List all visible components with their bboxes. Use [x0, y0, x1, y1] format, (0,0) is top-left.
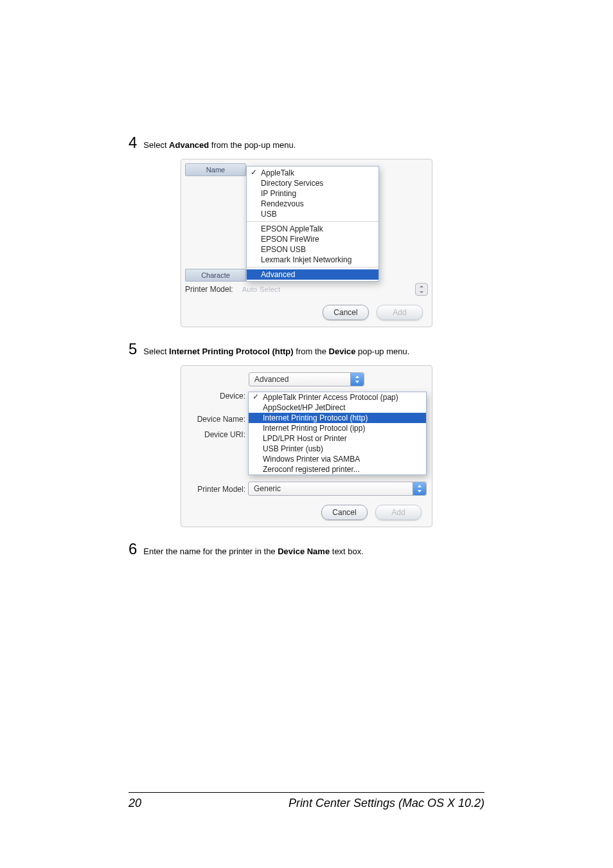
chevron-updown-icon: [350, 373, 364, 386]
text: from the pop-up menu.: [209, 140, 296, 150]
printer-model-value: Auto Select: [240, 285, 411, 293]
stepper-icon[interactable]: [415, 283, 428, 296]
text: Enter the name for the printer in the: [143, 547, 278, 556]
menu-item-usb-printer[interactable]: USB Printer (usb): [249, 444, 426, 454]
page-footer: 20 Print Center Settings (Mac OS X 10.2): [129, 792, 484, 810]
printer-model-label: Printer Model:: [186, 484, 248, 494]
chevron-updown-icon: [413, 482, 426, 495]
printer-model-popup[interactable]: Generic: [248, 482, 427, 496]
advanced-dialog: Advanced Device: Device Name: Device URI…: [181, 365, 432, 527]
add-button[interactable]: Add: [377, 305, 423, 320]
page-number: 20: [129, 797, 141, 810]
text-bold: Device: [329, 347, 356, 356]
menu-item-usb[interactable]: USB: [247, 209, 378, 219]
menu-item-appsocket[interactable]: AppSocket/HP JetDirect: [249, 402, 426, 413]
popup-value: Advanced: [254, 375, 289, 384]
text-bold: Device Name: [278, 547, 330, 556]
menu-separator: [247, 221, 378, 222]
step-6: 6 Enter the name for the printer in the …: [129, 541, 484, 557]
screenshot-2: Advanced Device: Device Name: Device URI…: [129, 365, 484, 527]
menu-item-zeroconf[interactable]: Zeroconf registered printer...: [249, 464, 426, 475]
footer-title: Print Center Settings (Mac OS X 10.2): [289, 797, 484, 810]
step-text: Select Advanced from the pop-up menu.: [143, 140, 296, 151]
text-bold: Internet Printing Protocol (http): [169, 347, 294, 356]
device-name-label: Device Name:: [186, 415, 245, 426]
menu-item-lpd[interactable]: LPD/LPR Host or Printer: [249, 433, 426, 444]
menu-item-samba[interactable]: Windows Printer via SAMBA: [249, 454, 426, 464]
menu-item-advanced[interactable]: Advanced: [247, 269, 378, 280]
footer-rule: [129, 792, 484, 793]
cancel-button[interactable]: Cancel: [321, 505, 368, 520]
step-number: 4: [129, 135, 137, 150]
connection-type-menu[interactable]: AppleTalk Directory Services IP Printing…: [246, 166, 379, 282]
menu-item-ipp-ipp[interactable]: Internet Printing Protocol (ipp): [249, 423, 426, 433]
step-text: Select Internet Printing Protocol (http)…: [143, 346, 409, 357]
menu-item-rendezvous[interactable]: Rendezvous: [247, 199, 378, 209]
cancel-button[interactable]: Cancel: [323, 305, 369, 320]
connection-popup[interactable]: Advanced: [249, 372, 364, 386]
menu-item-epson-appletalk[interactable]: EPSON AppleTalk: [247, 224, 378, 234]
step-5: 5 Select Internet Printing Protocol (htt…: [129, 341, 484, 357]
menu-item-lexmark[interactable]: Lexmark Inkjet Networking: [247, 255, 378, 265]
text: pop-up menu.: [356, 347, 410, 356]
text-bold: Advanced: [169, 140, 209, 150]
step-4: 4 Select Advanced from the pop-up menu.: [129, 135, 484, 151]
column-header-name[interactable]: Name: [185, 163, 246, 176]
menu-item-epson-firewire[interactable]: EPSON FireWire: [247, 234, 378, 244]
text: Select: [143, 347, 169, 356]
column-header-character[interactable]: Characte: [185, 269, 246, 282]
add-button[interactable]: Add: [375, 505, 422, 520]
menu-item-pap[interactable]: AppleTalk Printer Access Protocol (pap): [249, 392, 426, 402]
menu-item-appletalk[interactable]: AppleTalk: [247, 168, 378, 178]
step-number: 6: [129, 541, 137, 557]
screenshot-1: Name Characte AppleTalk Directory Servic…: [129, 159, 484, 327]
menu-separator: [247, 267, 378, 267]
menu-item-ip-printing[interactable]: IP Printing: [247, 188, 378, 199]
text: from the: [294, 347, 329, 356]
menu-item-directory-services[interactable]: Directory Services: [247, 178, 378, 188]
text: text box.: [330, 547, 364, 556]
menu-item-epson-usb[interactable]: EPSON USB: [247, 244, 378, 255]
device-label: Device:: [186, 392, 245, 403]
printer-model-label: Printer Model:: [185, 285, 236, 294]
device-uri-label: Device URI:: [186, 430, 245, 442]
popup-value: Generic: [254, 484, 281, 493]
text: Select: [143, 140, 169, 150]
step-number: 5: [129, 341, 137, 357]
add-printer-dialog: Name Characte AppleTalk Directory Servic…: [181, 159, 432, 327]
device-menu[interactable]: AppleTalk Printer Access Protocol (pap) …: [248, 392, 427, 475]
menu-item-ipp-http[interactable]: Internet Printing Protocol (http): [249, 413, 426, 423]
step-text: Enter the name for the printer in the De…: [143, 546, 364, 557]
